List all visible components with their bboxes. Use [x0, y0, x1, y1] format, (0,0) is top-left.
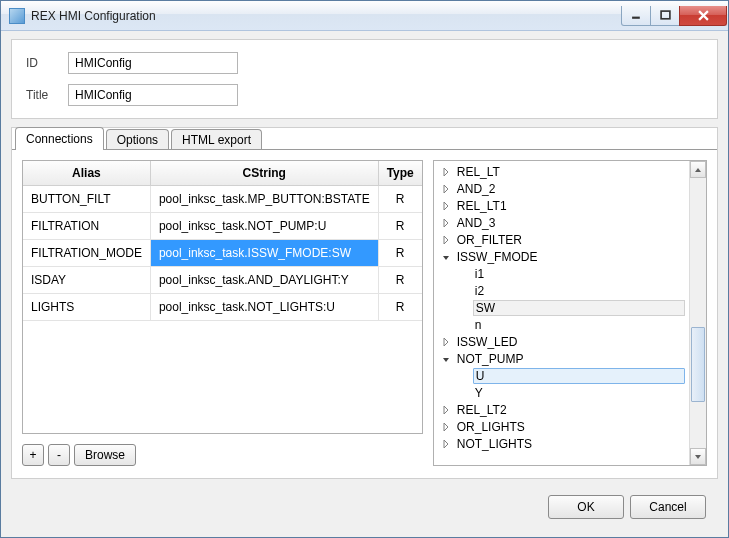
cell-cstring[interactable]: pool_inksc_task.NOT_PUMP:U — [150, 213, 378, 240]
tree-item-label: REL_LT — [455, 165, 502, 179]
col-alias[interactable]: Alias — [23, 161, 150, 186]
cell-alias[interactable]: ISDAY — [23, 267, 150, 294]
chevron-right-icon[interactable] — [440, 217, 452, 229]
left-column: Alias CString Type BUTTON_FILTpool_inksc… — [22, 160, 423, 466]
maximize-button[interactable] — [650, 6, 680, 26]
tree-item[interactable]: REL_LT1 — [434, 197, 689, 214]
tree-item[interactable]: SW — [434, 299, 689, 316]
title-label: Title — [26, 88, 68, 102]
tree-item-label: AND_2 — [455, 182, 498, 196]
table-row[interactable]: LIGHTSpool_inksc_task.NOT_LIGHTS:UR — [23, 294, 422, 321]
browse-button[interactable]: Browse — [74, 444, 136, 466]
tree-item[interactable]: ISSW_FMODE — [434, 248, 689, 265]
tree[interactable]: REL_LTAND_2REL_LT1AND_3OR_FILTERISSW_FMO… — [434, 161, 689, 465]
tree-panel: REL_LTAND_2REL_LT1AND_3OR_FILTERISSW_FMO… — [433, 160, 707, 466]
tree-item-label: NOT_PUMP — [455, 352, 526, 366]
tree-spacer — [458, 302, 470, 314]
tree-item-label: REL_LT1 — [455, 199, 509, 213]
svg-marker-5 — [444, 185, 448, 193]
tree-item[interactable]: n — [434, 316, 689, 333]
cell-alias[interactable]: BUTTON_FILT — [23, 186, 150, 213]
tree-item[interactable]: Y — [434, 384, 689, 401]
tree-item[interactable]: NOT_LIGHTS — [434, 435, 689, 452]
connections-grid[interactable]: Alias CString Type BUTTON_FILTpool_inksc… — [22, 160, 423, 434]
chevron-right-icon[interactable] — [440, 438, 452, 450]
svg-marker-14 — [444, 440, 448, 448]
close-button[interactable] — [679, 6, 727, 26]
cell-type[interactable]: R — [378, 213, 422, 240]
cell-type[interactable]: R — [378, 240, 422, 267]
scroll-up-button[interactable] — [690, 161, 706, 178]
tree-item[interactable]: NOT_PUMP — [434, 350, 689, 367]
svg-marker-6 — [444, 202, 448, 210]
cell-type[interactable]: R — [378, 186, 422, 213]
chevron-right-icon[interactable] — [440, 421, 452, 433]
table-row[interactable]: BUTTON_FILTpool_inksc_task.MP_BUTTON:BST… — [23, 186, 422, 213]
scrollbar[interactable] — [689, 161, 706, 465]
tab-options[interactable]: Options — [106, 129, 169, 150]
chevron-down-icon[interactable] — [440, 251, 452, 263]
tree-spacer — [458, 370, 470, 382]
tree-item[interactable]: U — [434, 367, 689, 384]
tree-item[interactable]: ISSW_LED — [434, 333, 689, 350]
chevron-right-icon[interactable] — [440, 200, 452, 212]
tabs: ConnectionsOptionsHTML export — [15, 127, 717, 150]
cancel-button[interactable]: Cancel — [630, 495, 706, 519]
tree-item[interactable]: REL_LT — [434, 163, 689, 180]
tree-item[interactable]: OR_FILTER — [434, 231, 689, 248]
scroll-down-button[interactable] — [690, 448, 706, 465]
cell-cstring[interactable]: pool_inksc_task.ISSW_FMODE:SW — [150, 240, 378, 267]
tab-html-export[interactable]: HTML export — [171, 129, 262, 150]
tree-item-label: REL_LT2 — [455, 403, 509, 417]
remove-button[interactable]: - — [48, 444, 70, 466]
tree-item-label: OR_FILTER — [455, 233, 524, 247]
tree-item[interactable]: AND_3 — [434, 214, 689, 231]
table-row[interactable]: FILTRATION_MODEpool_inksc_task.ISSW_FMOD… — [23, 240, 422, 267]
tree-item-label: NOT_LIGHTS — [455, 437, 534, 451]
tree-spacer — [458, 319, 470, 331]
col-type[interactable]: Type — [378, 161, 422, 186]
chevron-right-icon[interactable] — [440, 404, 452, 416]
tree-item[interactable]: i2 — [434, 282, 689, 299]
tree-item[interactable]: AND_2 — [434, 180, 689, 197]
scroll-track[interactable] — [690, 178, 706, 448]
svg-marker-9 — [443, 256, 449, 260]
grid-buttons: + - Browse — [22, 444, 423, 466]
ok-button[interactable]: OK — [548, 495, 624, 519]
tree-item[interactable]: i1 — [434, 265, 689, 282]
cell-alias[interactable]: LIGHTS — [23, 294, 150, 321]
chevron-right-icon[interactable] — [440, 183, 452, 195]
col-cstring[interactable]: CString — [150, 161, 378, 186]
add-button[interactable]: + — [22, 444, 44, 466]
svg-marker-11 — [443, 358, 449, 362]
tab-connections[interactable]: Connections — [15, 127, 104, 150]
cell-cstring[interactable]: pool_inksc_task.NOT_LIGHTS:U — [150, 294, 378, 321]
table-row[interactable]: FILTRATIONpool_inksc_task.NOT_PUMP:UR — [23, 213, 422, 240]
cell-alias[interactable]: FILTRATION — [23, 213, 150, 240]
id-input[interactable] — [68, 52, 238, 74]
title-input[interactable] — [68, 84, 238, 106]
chevron-right-icon[interactable] — [440, 336, 452, 348]
svg-marker-4 — [444, 168, 448, 176]
tree-item[interactable]: OR_LIGHTS — [434, 418, 689, 435]
svg-marker-16 — [695, 455, 701, 459]
chevron-right-icon[interactable] — [440, 166, 452, 178]
scroll-thumb[interactable] — [691, 327, 705, 403]
cell-cstring[interactable]: pool_inksc_task.MP_BUTTON:BSTATE — [150, 186, 378, 213]
tree-spacer — [458, 387, 470, 399]
cell-type[interactable]: R — [378, 294, 422, 321]
footer: OK Cancel — [11, 487, 718, 529]
tree-item[interactable]: REL_LT2 — [434, 401, 689, 418]
minimize-button[interactable] — [621, 6, 651, 26]
chevron-down-icon[interactable] — [440, 353, 452, 365]
table-row[interactable]: ISDAYpool_inksc_task.AND_DAYLIGHT:YR — [23, 267, 422, 294]
cell-alias[interactable]: FILTRATION_MODE — [23, 240, 150, 267]
svg-marker-12 — [444, 406, 448, 414]
cell-type[interactable]: R — [378, 267, 422, 294]
content-area: ID Title ConnectionsOptionsHTML export — [1, 31, 728, 537]
chevron-right-icon[interactable] — [440, 234, 452, 246]
app-icon — [9, 8, 25, 24]
main-panel: ConnectionsOptionsHTML export Alias CStr… — [11, 127, 718, 479]
titlebar: REX HMI Configuration — [1, 1, 728, 31]
cell-cstring[interactable]: pool_inksc_task.AND_DAYLIGHT:Y — [150, 267, 378, 294]
